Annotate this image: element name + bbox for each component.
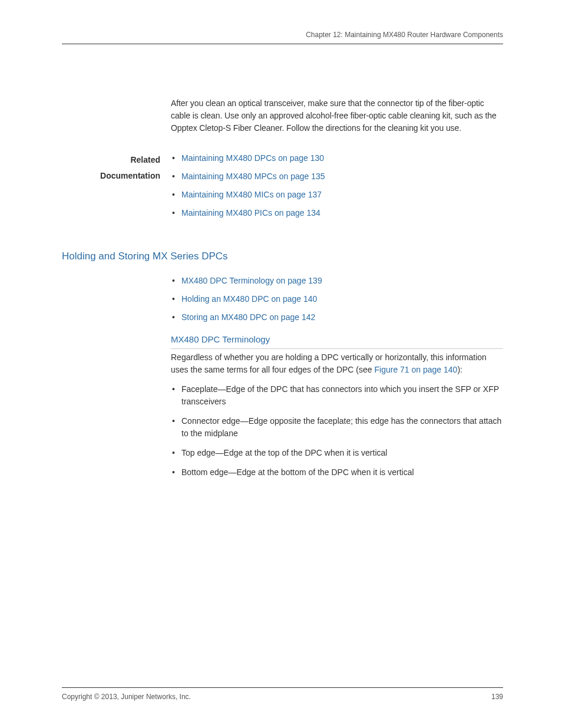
subsection-paragraph: Regardless of whether you are holding a … xyxy=(171,351,503,376)
list-item: Maintaining MX480 MPCs on page 135 xyxy=(171,170,503,183)
related-documentation-block: Related Documentation Maintaining MX480 … xyxy=(62,152,503,225)
list-item: Maintaining MX480 PICs on page 134 xyxy=(171,207,503,219)
list-item: Holding an MX480 DPC on page 140 xyxy=(171,293,503,305)
page-number: 139 xyxy=(491,691,503,702)
intro-link[interactable]: Holding an MX480 DPC on page 140 xyxy=(181,294,317,304)
chapter-title: Chapter 12: Maintaining MX480 Router Har… xyxy=(306,31,503,39)
related-label-line1: Related xyxy=(130,155,160,164)
related-link[interactable]: Maintaining MX480 MPCs on page 135 xyxy=(181,172,325,181)
intro-link[interactable]: Storing an MX480 DPC on page 142 xyxy=(181,312,315,322)
subsection-content: MX480 DPC Terminology on page 139 Holdin… xyxy=(171,275,503,479)
list-item: Maintaining MX480 MICs on page 137 xyxy=(171,189,503,201)
related-doc-items: Maintaining MX480 DPCs on page 130 Maint… xyxy=(171,152,503,225)
list-item: Faceplate—Edge of the DPC that has conne… xyxy=(171,383,503,408)
list-item: MX480 DPC Terminology on page 139 xyxy=(171,275,503,287)
list-item: Bottom edge—Edge at the bottom of the DP… xyxy=(171,466,503,479)
section-heading: Holding and Storing MX Series DPCs xyxy=(62,249,503,264)
figure-link[interactable]: Figure 71 on page 140 xyxy=(375,365,458,374)
related-link[interactable]: Maintaining MX480 PICs on page 134 xyxy=(181,208,320,218)
page-header: Chapter 12: Maintaining MX480 Router Har… xyxy=(62,29,503,44)
related-link[interactable]: Maintaining MX480 DPCs on page 130 xyxy=(181,153,324,163)
body-paragraph: After you clean an optical transceiver, … xyxy=(171,97,503,134)
list-item: Top edge—Edge at the top of the DPC when… xyxy=(171,447,503,459)
list-item: Storing an MX480 DPC on page 142 xyxy=(171,311,503,324)
copyright-text: Copyright © 2013, Juniper Networks, Inc. xyxy=(62,691,191,702)
intro-link[interactable]: MX480 DPC Terminology on page 139 xyxy=(181,276,322,285)
terminology-list: Faceplate—Edge of the DPC that has conne… xyxy=(171,383,503,479)
related-doc-label: Related Documentation xyxy=(62,152,171,183)
document-page: Chapter 12: Maintaining MX480 Router Har… xyxy=(0,0,562,728)
subsection-heading: MX480 DPC Terminology xyxy=(171,333,503,350)
para-text-post: ): xyxy=(457,365,462,374)
intro-link-list: MX480 DPC Terminology on page 139 Holdin… xyxy=(171,275,503,324)
related-link[interactable]: Maintaining MX480 MICs on page 137 xyxy=(181,190,322,199)
page-footer: Copyright © 2013, Juniper Networks, Inc.… xyxy=(62,687,503,702)
list-item: Connector edge—Edge opposite the facepla… xyxy=(171,415,503,440)
related-label-line2: Documentation xyxy=(100,171,160,180)
list-item: Maintaining MX480 DPCs on page 130 xyxy=(171,152,503,164)
